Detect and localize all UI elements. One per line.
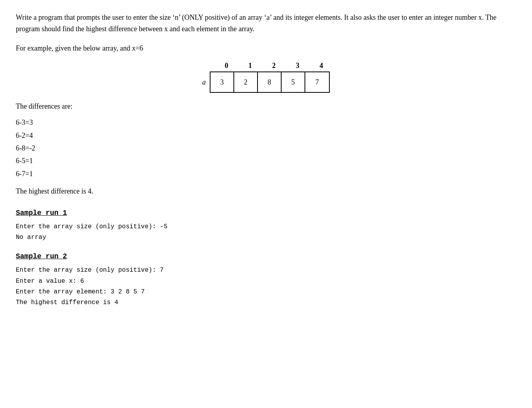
array-cells: 3 2 8 5 7	[210, 71, 330, 93]
array-indices-row: 0 1 2 3 4	[215, 62, 333, 70]
array-cell-3: 5	[282, 72, 305, 92]
diff-line-4: 6-7=1	[16, 167, 516, 180]
array-cell-4: 7	[305, 72, 329, 92]
sample-run-2-code: Enter the array size (only positive): 7 …	[16, 265, 516, 308]
sample-run-1-code: Enter the array size (only positive): -5…	[16, 222, 516, 243]
intro-paragraph: Write a program that prompts the user to…	[16, 12, 516, 35]
highest-diff-text: The highest difference is 4.	[16, 186, 516, 197]
differences-header: The differences are:	[16, 101, 516, 112]
array-cell-2: 8	[258, 72, 282, 92]
diff-line-3: 6-5=1	[16, 154, 516, 167]
diff-line-2: 6-8=-2	[16, 142, 516, 154]
example-intro: For example, given the below array, and …	[16, 43, 516, 54]
diff-line-1: 6-2=4	[16, 129, 516, 142]
array-data-row: a 3 2 8 5 7	[202, 71, 330, 93]
array-visualization: 0 1 2 3 4 a 3 2 8 5 7	[16, 62, 516, 93]
sample-run-1-header: Sample run 1	[16, 209, 516, 217]
sample-run-2-header: Sample run 2	[16, 252, 516, 260]
diff-line-0: 6-3=3	[16, 116, 516, 129]
index-2: 2	[262, 62, 286, 70]
array-cell-0: 3	[211, 72, 234, 92]
index-4: 4	[310, 62, 333, 70]
index-0: 0	[215, 62, 239, 70]
array-cell-1: 2	[234, 72, 258, 92]
index-1: 1	[239, 62, 262, 70]
index-3: 3	[286, 62, 310, 70]
array-label: a	[202, 78, 206, 86]
